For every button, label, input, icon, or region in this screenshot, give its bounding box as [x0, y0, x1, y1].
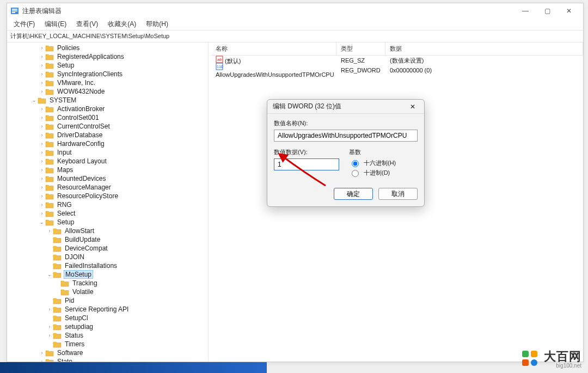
tree-node[interactable]: ⌄MoSetup [7, 270, 208, 279]
chevron-icon[interactable]: › [39, 63, 45, 68]
minimize-button[interactable]: — [514, 4, 536, 17]
tree-node[interactable]: ›State [7, 357, 208, 362]
tree-node[interactable]: BuildUpdate [7, 235, 208, 244]
close-button[interactable]: ✕ [558, 4, 580, 17]
chevron-icon[interactable]: › [39, 141, 45, 146]
tree-node[interactable]: ›Policies [7, 44, 208, 52]
tree-node[interactable]: Pid [7, 296, 208, 305]
list-row[interactable]: 110AllowUpgradesWithUnsupportedTPMOrCPUR… [211, 65, 583, 75]
tree-node[interactable]: DJOIN [7, 253, 208, 261]
tree-node[interactable]: ›WOW6432Node [7, 87, 208, 96]
tree-node-label: BuildUpdate [64, 236, 101, 243]
chevron-icon[interactable]: › [46, 228, 53, 234]
maximize-button[interactable]: ▢ [536, 4, 558, 17]
tree-node[interactable]: ›Keyboard Layout [7, 157, 208, 166]
chevron-icon[interactable]: › [39, 193, 45, 199]
tree-node-label: DJOIN [64, 253, 85, 261]
ok-button[interactable]: 确定 [334, 188, 373, 200]
chevron-icon[interactable]: › [39, 124, 45, 129]
menu-help[interactable]: 帮助(H) [142, 19, 173, 30]
chevron-icon[interactable]: › [39, 150, 45, 155]
tree-node[interactable]: ›AllowStart [7, 227, 208, 235]
chevron-icon[interactable]: › [39, 89, 45, 94]
tree-node[interactable]: Timers [7, 340, 208, 348]
chevron-icon[interactable]: › [39, 167, 45, 173]
chevron-icon[interactable]: › [39, 185, 45, 190]
chevron-icon[interactable]: › [39, 106, 45, 112]
tree-node[interactable]: ›SyncIntegrationClients [7, 70, 208, 78]
address-bar[interactable]: 计算机\HKEY_LOCAL_MACHINE\SYSTEM\Setup\MoSe… [7, 30, 583, 42]
tree-node[interactable]: ›CurrentControlSet [7, 122, 208, 131]
menu-favorites[interactable]: 收藏夹(A) [103, 19, 140, 30]
chevron-icon[interactable]: › [39, 158, 45, 164]
chevron-icon[interactable]: › [39, 176, 45, 181]
chevron-icon[interactable]: › [39, 45, 45, 51]
chevron-icon[interactable]: › [39, 350, 45, 356]
menu-file[interactable]: 文件(F) [9, 19, 39, 30]
chevron-icon[interactable]: ⌄ [39, 219, 45, 225]
tree-node[interactable]: ›ControlSet001 [7, 113, 208, 122]
tree-node[interactable]: Tracking [7, 279, 208, 288]
tree-node[interactable]: ›Status [7, 331, 208, 340]
chevron-icon[interactable]: › [39, 211, 45, 216]
tree-node[interactable]: ›Maps [7, 166, 208, 174]
tree-node-label: DriverDatabase [56, 131, 103, 139]
menu-edit[interactable]: 编辑(E) [40, 19, 71, 30]
tree-node[interactable]: ›ActivationBroker [7, 105, 208, 113]
chevron-icon[interactable]: ⌄ [46, 272, 53, 277]
tree-node[interactable]: ⌄SYSTEM [7, 96, 208, 105]
chevron-icon[interactable]: › [39, 115, 45, 120]
chevron-icon[interactable]: › [39, 80, 45, 85]
value-data-field[interactable] [274, 158, 339, 170]
registry-tree[interactable]: ›Policies›RegisteredApplications›Setup›S… [7, 42, 209, 362]
chevron-icon[interactable]: › [46, 307, 53, 312]
tree-node-label: Volatile [71, 288, 95, 296]
folder-icon [60, 280, 69, 287]
tree-node[interactable]: ›Service Reporting API [7, 305, 208, 314]
chevron-icon[interactable]: › [39, 71, 45, 77]
svg-rect-10 [522, 359, 529, 366]
tree-node-label: VMware, Inc. [56, 79, 96, 87]
tree-node[interactable]: ›ResourcePolicyStore [7, 192, 208, 200]
tree-node[interactable]: SetupCl [7, 314, 208, 322]
radio-dec-input[interactable] [352, 170, 359, 177]
header-data[interactable]: 数据 [385, 42, 583, 55]
tree-node[interactable]: ›ResourceManager [7, 183, 208, 192]
tree-node[interactable]: ›Setup [7, 61, 208, 70]
tree-node[interactable]: ›RNG [7, 200, 208, 209]
folder-icon [45, 53, 54, 60]
tree-node[interactable]: ›HardwareConfig [7, 139, 208, 148]
dialog-titlebar[interactable]: 编辑 DWORD (32 位)值 ✕ [267, 100, 424, 114]
tree-node[interactable]: ›Software [7, 348, 208, 357]
chevron-icon[interactable]: › [46, 333, 53, 338]
tree-node[interactable]: Volatile [7, 288, 208, 296]
header-type[interactable]: 类型 [336, 42, 385, 55]
chevron-icon[interactable]: › [39, 359, 45, 362]
tree-node[interactable]: DeviceCompat [7, 244, 208, 253]
chevron-icon[interactable]: ⌄ [31, 97, 38, 103]
folder-icon [45, 132, 54, 139]
chevron-icon[interactable]: › [46, 324, 53, 329]
chevron-icon[interactable]: › [39, 202, 45, 207]
tree-node[interactable]: ›RegisteredApplications [7, 52, 208, 61]
value-name-field[interactable] [274, 130, 418, 142]
chevron-icon[interactable]: › [39, 132, 45, 138]
tree-node[interactable]: ›DriverDatabase [7, 131, 208, 139]
tree-node[interactable]: ›MountedDevices [7, 174, 208, 183]
titlebar[interactable]: 注册表编辑器 — ▢ ✕ [7, 3, 583, 19]
dialog-close-button[interactable]: ✕ [407, 101, 419, 112]
menu-view[interactable]: 查看(V) [72, 19, 102, 30]
chevron-icon[interactable]: › [39, 54, 45, 59]
tree-node[interactable]: ›Select [7, 209, 208, 218]
radio-hex-input[interactable] [352, 160, 359, 167]
radio-hex[interactable]: 十六进制(H) [349, 158, 418, 167]
header-name[interactable]: 名称 [211, 42, 336, 55]
radio-dec[interactable]: 十进制(D) [349, 168, 418, 177]
folder-icon [45, 158, 54, 165]
tree-node[interactable]: ›VMware, Inc. [7, 78, 208, 87]
tree-node[interactable]: ›setupdiag [7, 322, 208, 331]
cancel-button[interactable]: 取消 [378, 188, 418, 200]
tree-node[interactable]: ›Input [7, 148, 208, 157]
tree-node[interactable]: FailedInstallations [7, 261, 208, 270]
tree-node[interactable]: ⌄Setup [7, 218, 208, 227]
